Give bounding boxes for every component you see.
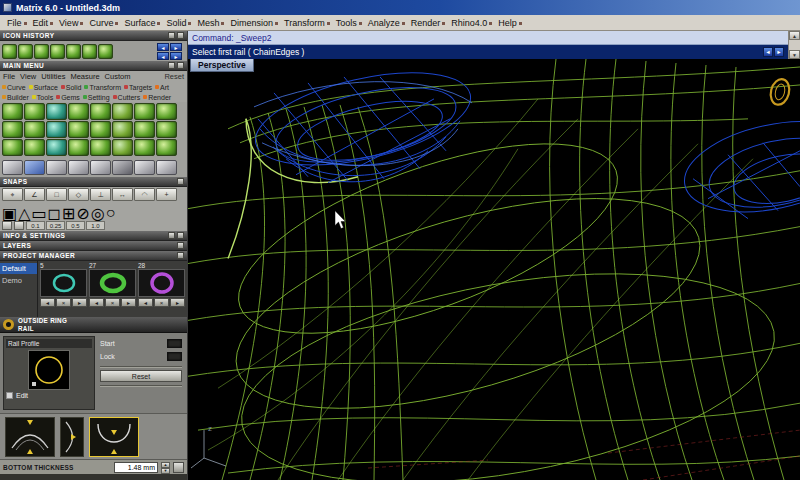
history-tool-icon[interactable] — [98, 44, 113, 59]
grid-toggle-button[interactable] — [2, 221, 12, 230]
category-tab[interactable]: Curve — [2, 84, 26, 91]
bottom-thickness-input[interactable]: 1.48 mm — [114, 462, 158, 473]
category-tab[interactable]: Art — [155, 84, 169, 91]
menu-item[interactable]: Rhino4.0 — [448, 17, 495, 29]
tool-icon[interactable] — [90, 139, 111, 156]
panel-collapse-button[interactable] — [177, 252, 184, 259]
scroll-arrow-button[interactable]: ▼ — [789, 50, 800, 59]
tool-icon[interactable] — [134, 121, 155, 138]
spinner-arrow[interactable]: ▼ — [161, 468, 170, 474]
project-item-selected[interactable]: Default — [0, 263, 37, 274]
bottom-thickness-spinner[interactable]: ▲▼ — [161, 462, 170, 473]
viewport-3d[interactable]: Perspective — [188, 59, 800, 480]
category-tab[interactable]: Solid — [61, 84, 82, 91]
history-tool-icon[interactable] — [82, 44, 97, 59]
viewport-label[interactable]: Perspective — [190, 59, 254, 72]
history-tool-icon[interactable] — [50, 44, 65, 59]
transform-tool-icon[interactable] — [46, 160, 67, 175]
menu-item[interactable]: Render — [408, 17, 449, 29]
nav-arrow-button[interactable]: ► — [170, 43, 182, 51]
transform-tool-icon[interactable] — [90, 160, 111, 175]
tool-icon[interactable] — [68, 103, 89, 120]
menu-item[interactable]: Surface — [121, 17, 163, 29]
snap-toggle[interactable]: ↔ — [112, 188, 133, 201]
tool-icon[interactable] — [156, 103, 177, 120]
thumbnail-button[interactable]: ▸ — [72, 298, 87, 307]
menu-item[interactable]: File — [4, 17, 30, 29]
tool-icon[interactable] — [24, 139, 45, 156]
menu-item[interactable]: View — [56, 17, 86, 29]
panel-header-main-menu[interactable]: MAIN MENU — [0, 61, 187, 71]
history-tool-icon[interactable] — [34, 44, 49, 59]
thumbnail-button[interactable]: × — [154, 298, 169, 307]
panel-collapse-button[interactable] — [177, 232, 184, 239]
tool-icon[interactable] — [112, 121, 133, 138]
snap-toggle[interactable]: ▣ — [2, 204, 17, 218]
transform-tool-icon[interactable] — [134, 160, 155, 175]
panel-header-icon-history[interactable]: ICON HISTORY — [0, 31, 187, 41]
snap-toggle[interactable]: □ — [46, 188, 67, 201]
snap-toggle[interactable]: ∠ — [24, 188, 45, 201]
nav-arrow-button[interactable]: ◄ — [157, 43, 169, 51]
panel-collapse-button[interactable] — [177, 242, 184, 249]
project-item[interactable]: Demo — [0, 275, 37, 286]
tool-icon[interactable] — [68, 139, 89, 156]
start-toggle[interactable] — [167, 339, 182, 348]
command-prompt-line[interactable]: Select first rail ( ChainEdges ) ◄► — [188, 45, 800, 59]
tool-icon[interactable] — [2, 103, 23, 120]
transform-tool-icon[interactable] — [24, 160, 45, 175]
snap-increment-value[interactable]: 1.0 — [86, 221, 105, 230]
tool-icon[interactable] — [2, 121, 23, 138]
main-menu-item[interactable]: Utilities — [41, 72, 65, 81]
menu-item[interactable]: Analyze — [365, 17, 408, 29]
tool-icon[interactable] — [156, 139, 177, 156]
thumbnail-button[interactable]: ◂ — [40, 298, 55, 307]
panel-header-snaps[interactable]: SNAPS — [0, 177, 187, 187]
ortho-toggle-button[interactable] — [14, 221, 24, 230]
tool-icon[interactable] — [24, 103, 45, 120]
snap-toggle[interactable]: ⊥ — [90, 188, 111, 201]
snap-toggle[interactable]: ◇ — [68, 188, 89, 201]
thumbnail-button[interactable]: ▸ — [170, 298, 185, 307]
snap-toggle[interactable]: △ — [18, 204, 30, 218]
tool-icon[interactable] — [156, 121, 177, 138]
project-thumbnail[interactable]: 28 ◂×▸ — [138, 262, 185, 316]
tool-icon[interactable] — [112, 103, 133, 120]
panel-header-project-manager[interactable]: PROJECT MANAGER — [0, 251, 187, 261]
panel-collapse-button[interactable] — [177, 178, 184, 185]
command-history-line[interactable]: Command: _Sweep2 — [188, 31, 800, 45]
transform-tool-icon[interactable] — [156, 160, 177, 175]
menu-item[interactable]: Tools — [333, 17, 365, 29]
history-tool-icon[interactable] — [2, 44, 17, 59]
tool-icon[interactable] — [2, 139, 23, 156]
category-tab[interactable]: Builder — [2, 94, 29, 101]
tool-icon[interactable] — [46, 121, 67, 138]
nav-arrow-button[interactable]: ◄ — [157, 52, 169, 60]
tool-icon[interactable] — [90, 103, 111, 120]
thumbnail-button[interactable]: ◂ — [138, 298, 153, 307]
command-scrollbar[interactable]: ▲▼ — [788, 31, 800, 59]
snap-increment-value[interactable]: 0.1 — [26, 221, 45, 230]
snap-toggle[interactable]: + — [156, 188, 177, 201]
transform-tool-icon[interactable] — [68, 160, 89, 175]
thumbnail-button[interactable]: × — [56, 298, 71, 307]
thumbnail-button[interactable]: ▸ — [121, 298, 136, 307]
tool-icon[interactable] — [90, 121, 111, 138]
profile-option-u-selected[interactable] — [89, 417, 139, 457]
tool-icon[interactable] — [134, 139, 155, 156]
category-tab[interactable]: Targets — [124, 84, 152, 91]
reset-button[interactable]: Reset — [164, 72, 184, 81]
tool-icon[interactable] — [112, 139, 133, 156]
profile-option-side[interactable] — [60, 417, 84, 457]
snap-toggle[interactable]: ⌖ — [2, 188, 23, 201]
snap-toggle[interactable]: ◎ — [91, 204, 105, 218]
prompt-arrow-button[interactable]: ◄ — [763, 47, 773, 57]
main-menu-item[interactable]: Custom — [105, 72, 131, 81]
title-bar[interactable]: Matrix 6.0 - Untitled.3dm — [0, 0, 800, 15]
panel-collapse-button[interactable] — [168, 62, 175, 69]
tool-icon[interactable] — [24, 121, 45, 138]
menu-item[interactable]: Mesh — [194, 17, 227, 29]
snap-toggle[interactable]: ○ — [106, 204, 116, 218]
main-menu-item[interactable]: File — [3, 72, 15, 81]
main-menu-item[interactable]: View — [20, 72, 36, 81]
